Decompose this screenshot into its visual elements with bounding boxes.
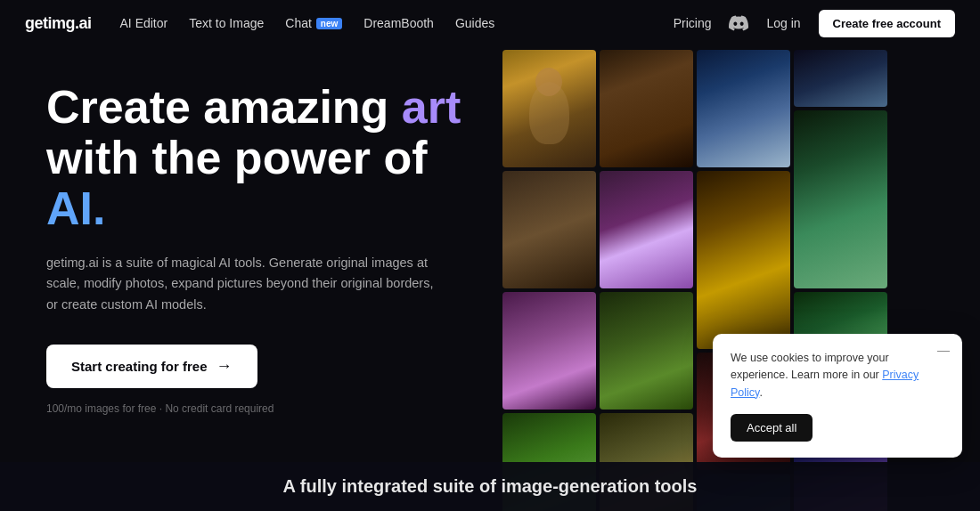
- hero-section: Create amazing art with the power of AI.…: [0, 46, 980, 511]
- hero-description: getimg.ai is a suite of magical AI tools…: [46, 253, 438, 317]
- gallery-image-man2: [600, 50, 693, 167]
- nav-link-guides[interactable]: Guides: [455, 16, 494, 30]
- nav-right: Pricing Log in Create free account: [674, 10, 955, 37]
- new-badge: new: [316, 18, 342, 29]
- discord-icon[interactable]: [729, 13, 748, 33]
- gallery-image-room1: [502, 171, 596, 288]
- hero-title-art: art: [402, 81, 461, 133]
- start-creating-label: Start creating for free: [71, 359, 208, 374]
- gallery-image-sky2: [794, 50, 887, 107]
- gallery-image-tree: [600, 292, 693, 410]
- accept-all-button[interactable]: Accept all: [731, 414, 813, 442]
- nav-link-dreambooth[interactable]: DreamBooth: [363, 16, 434, 30]
- nav-link-ai-editor[interactable]: AI Editor: [120, 16, 168, 30]
- hero-title-with: with the power of: [46, 132, 428, 183]
- nav-link-chat[interactable]: Chat new: [285, 16, 342, 30]
- bottom-banner-text: A fully integrated suite of image-genera…: [283, 476, 698, 496]
- cookie-banner: — We use cookies to improve your experie…: [713, 334, 962, 458]
- arrow-icon: →: [216, 357, 233, 376]
- start-creating-button[interactable]: Start creating for free →: [46, 345, 257, 388]
- cookie-close-button[interactable]: —: [937, 343, 950, 357]
- create-account-button[interactable]: Create free account: [819, 10, 955, 37]
- gallery-image-medusa: [697, 171, 790, 349]
- gallery-image-anime1: [794, 110, 887, 288]
- navbar: getimg.ai AI Editor Text to Image Chat n…: [0, 0, 980, 46]
- nav-link-login[interactable]: Log in: [766, 16, 800, 30]
- nav-left: getimg.ai AI Editor Text to Image Chat n…: [25, 14, 494, 33]
- hero-content: Create amazing art with the power of AI.…: [0, 46, 499, 511]
- gallery-image-cat: [502, 292, 596, 410]
- hero-title-ai: AI.: [46, 182, 105, 234]
- cookie-text: We use cookies to improve your experienc…: [731, 350, 944, 402]
- nav-links: AI Editor Text to Image Chat new DreamBo…: [120, 16, 495, 30]
- bottom-banner: A fully integrated suite of image-genera…: [0, 462, 980, 511]
- logo[interactable]: getimg.ai: [25, 14, 92, 33]
- hero-cta-wrapper: Start creating for free →: [46, 345, 474, 401]
- gallery-image-woman1: [600, 171, 693, 288]
- gallery-image-man1: [502, 50, 596, 167]
- hero-title: Create amazing art with the power of AI.: [46, 82, 474, 235]
- hero-title-create: Create amazing: [46, 81, 402, 133]
- sub-note: 100/mo images for free · No credit card …: [46, 402, 474, 415]
- gallery-image-sky1: [697, 50, 790, 167]
- nav-link-text-to-image[interactable]: Text to Image: [189, 16, 264, 30]
- nav-link-pricing[interactable]: Pricing: [674, 16, 712, 30]
